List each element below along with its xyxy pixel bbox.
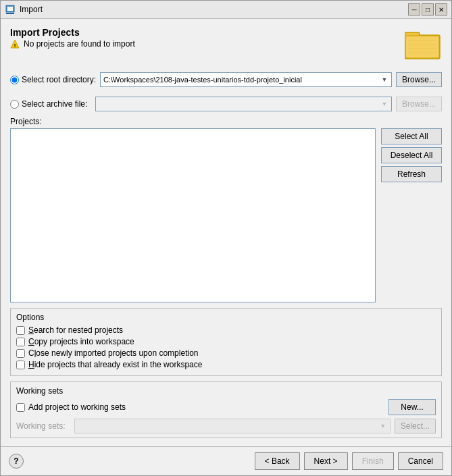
bottom-bar: ? < Back Next > Finish Cancel — [1, 446, 451, 475]
window-title: Import — [20, 5, 43, 14]
working-sets-label: Working sets: — [16, 421, 70, 431]
select-all-button[interactable]: Select All — [381, 128, 442, 144]
working-sets-add-row: Add project to working sets New... — [16, 399, 436, 415]
working-sets-input-row: Working sets: ▼ Select... — [16, 419, 436, 433]
warning-row: ! No projects are found to import — [10, 39, 405, 49]
projects-list[interactable] — [10, 128, 376, 302]
folder-icon — [405, 27, 442, 61]
svg-rect-7 — [405, 36, 439, 58]
new-working-set-button[interactable]: New... — [388, 399, 436, 415]
options-section: Options Search for nested projects Copy … — [10, 308, 442, 376]
working-sets-combo-wrapper: ▼ — [74, 419, 391, 433]
working-sets-select[interactable] — [74, 419, 391, 433]
close-button[interactable]: ✕ — [435, 3, 447, 16]
working-sets-title: Working sets — [16, 386, 436, 396]
svg-text:!: ! — [14, 43, 16, 49]
root-directory-combo-wrapper: ▼ — [100, 72, 392, 87]
option-hide-existing[interactable]: Hide projects that already exist in the … — [16, 360, 436, 369]
dialog-content: Import Projects ! No projects are found … — [1, 19, 451, 446]
browse-archive-button[interactable]: Browse... — [396, 97, 442, 111]
add-to-working-sets-checkbox[interactable] — [16, 403, 25, 412]
working-sets-section: Working sets Add project to working sets… — [10, 381, 442, 438]
next-button[interactable]: Next > — [304, 452, 348, 470]
title-bar: Import ─ □ ✕ — [1, 1, 451, 19]
finish-button[interactable]: Finish — [352, 452, 394, 470]
header-left: Import Projects ! No projects are found … — [10, 27, 405, 49]
main-window: Import ─ □ ✕ Import Projects ! No projec… — [0, 0, 452, 476]
warning-text: No projects are found to import — [24, 39, 135, 49]
select-working-sets-button[interactable]: Select... — [395, 419, 436, 433]
option-copy-projects-label: Copy projects into workspace — [28, 337, 134, 346]
archive-file-label: Select archive file: — [22, 99, 87, 109]
add-to-working-sets-text: Add project to working sets — [28, 402, 126, 412]
svg-rect-1 — [7, 7, 13, 11]
archive-file-combo-wrapper: ▼ — [95, 97, 392, 111]
option-copy-projects-checkbox[interactable] — [16, 338, 25, 346]
browse-root-button[interactable]: Browse... — [396, 72, 442, 87]
option-hide-existing-label: Hide projects that already exist in the … — [28, 360, 202, 369]
option-nested-projects-label: Search for nested projects — [28, 325, 123, 335]
option-nested-projects[interactable]: Search for nested projects — [16, 325, 436, 335]
projects-area: Select All Deselect All Refresh — [10, 128, 442, 302]
minimize-button[interactable]: ─ — [408, 3, 420, 16]
option-close-imported-label: Close newly imported projects upon compl… — [28, 348, 198, 358]
add-to-working-sets-label[interactable]: Add project to working sets — [16, 402, 384, 412]
bottom-left: ? — [9, 454, 24, 469]
back-button[interactable]: < Back — [255, 452, 300, 470]
page-title: Import Projects — [10, 27, 405, 38]
archive-file-radio-label[interactable]: Select archive file: — [10, 99, 91, 109]
cancel-button[interactable]: Cancel — [398, 452, 443, 470]
projects-label: Projects: — [10, 117, 442, 126]
archive-file-row: Select archive file: ▼ Browse... — [10, 97, 442, 111]
refresh-button[interactable]: Refresh — [381, 166, 442, 182]
header-area: Import Projects ! No projects are found … — [10, 27, 442, 63]
option-copy-projects[interactable]: Copy projects into workspace — [16, 337, 436, 346]
root-directory-radio[interactable] — [10, 76, 19, 84]
title-bar-left: Import — [5, 4, 43, 15]
root-directory-label: Select root directory: — [22, 75, 96, 84]
deselect-all-button[interactable]: Deselect All — [381, 147, 442, 163]
folder-icon-area — [405, 27, 442, 63]
restore-button[interactable]: □ — [422, 3, 434, 16]
archive-file-radio[interactable] — [10, 100, 19, 109]
projects-section: Projects: Select All Deselect All Refres… — [10, 117, 442, 302]
root-directory-radio-label[interactable]: Select root directory: — [10, 75, 96, 84]
projects-buttons: Select All Deselect All Refresh — [381, 128, 442, 302]
root-directory-row: Select root directory: ▼ Browse... — [10, 72, 442, 87]
option-close-imported-checkbox[interactable] — [16, 349, 25, 358]
archive-file-input[interactable] — [95, 97, 392, 111]
window-icon — [5, 4, 16, 15]
warning-icon: ! — [10, 39, 20, 49]
root-directory-input[interactable] — [100, 72, 392, 87]
bottom-right: < Back Next > Finish Cancel — [255, 452, 443, 470]
option-nested-projects-checkbox[interactable] — [16, 326, 25, 335]
title-bar-controls: ─ □ ✕ — [408, 3, 447, 16]
options-title: Options — [16, 313, 436, 322]
help-button[interactable]: ? — [9, 454, 24, 469]
option-close-imported[interactable]: Close newly imported projects upon compl… — [16, 348, 436, 358]
option-hide-existing-checkbox[interactable] — [16, 361, 25, 369]
